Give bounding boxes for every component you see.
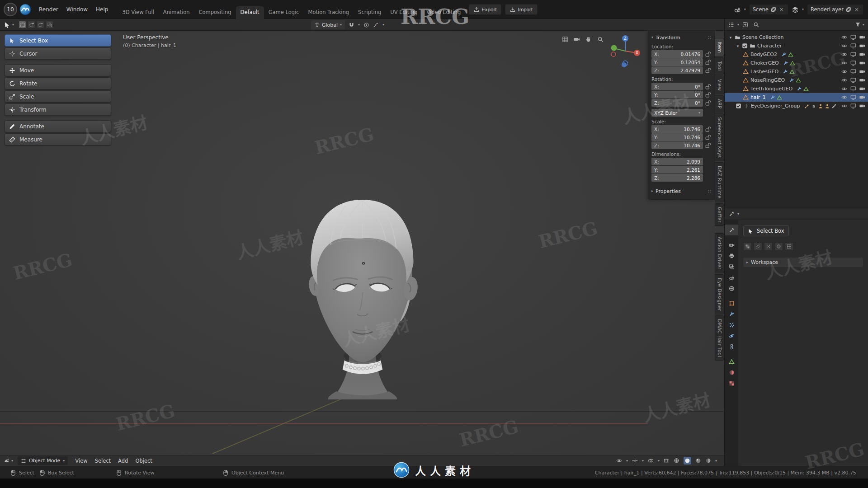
texture-grid-icon[interactable] xyxy=(785,242,793,251)
sidebar-tab-action-driver[interactable]: Action Driver xyxy=(715,233,724,273)
collection-checkbox[interactable] xyxy=(736,103,741,109)
snap-magnet-icon[interactable] xyxy=(349,22,354,28)
select-mode-new-button[interactable] xyxy=(19,21,26,28)
tool-dropdown-chevron-icon[interactable]: ▾ xyxy=(12,23,14,27)
export-button[interactable]: Export xyxy=(469,4,501,15)
falloff-curve-icon[interactable] xyxy=(373,22,379,28)
workspace-tab-video-editing[interactable]: Video Editing xyxy=(422,6,465,19)
rotation-mode-dropdown[interactable]: XYZ Euler▾ xyxy=(651,109,703,117)
texture-checker-icon[interactable] xyxy=(743,242,752,251)
lock-icon[interactable] xyxy=(705,100,711,106)
properties-tab-scene[interactable] xyxy=(725,272,738,283)
editor-type-icon[interactable] xyxy=(4,458,9,464)
expand-caret-icon[interactable]: ▾ xyxy=(728,35,733,40)
snap-options-chevron-icon[interactable]: ▾ xyxy=(358,23,360,27)
editor-type-chevron-icon[interactable]: ▾ xyxy=(11,459,13,463)
active-tool-icon[interactable] xyxy=(4,21,11,28)
scene-browse-chevron-icon[interactable]: ▾ xyxy=(744,8,746,11)
workspace-panel-header[interactable]: ▸Workspace xyxy=(743,258,863,267)
properties-panel-header[interactable]: ▸Properties ∷ xyxy=(651,187,711,195)
location-y-field[interactable]: Y:0.12054 xyxy=(651,58,703,66)
rotation-y-field[interactable]: Y:0° xyxy=(651,91,703,99)
sidebar-tab-item[interactable]: Item xyxy=(715,38,724,56)
location-z-field[interactable]: Z:2.47979 xyxy=(651,66,703,74)
outliner-row-eyedesigner_group[interactable]: EyeDesigner_Groupa xyxy=(725,102,868,110)
panel-drag-dots-icon[interactable]: ∷ xyxy=(708,35,711,41)
lock-icon[interactable] xyxy=(705,142,711,149)
properties-tab-object[interactable] xyxy=(725,298,738,309)
sidebar-tab-view[interactable]: View xyxy=(715,75,724,94)
workspace-tab-scripting[interactable]: Scripting xyxy=(354,6,386,19)
properties-editor-chevron-icon[interactable]: ▾ xyxy=(737,212,739,216)
tool-annotate-button[interactable]: Annotate xyxy=(5,120,111,132)
properties-tab-world[interactable] xyxy=(725,283,738,294)
dimensions-z-field[interactable]: Z:2.286 xyxy=(651,174,703,182)
xray-toggle-icon[interactable] xyxy=(664,458,670,464)
unlink-scene-icon[interactable]: × xyxy=(778,6,785,13)
location-x-field[interactable]: X:0.01476 xyxy=(651,50,703,58)
texture-sphere-icon[interactable] xyxy=(774,242,783,251)
workspace-tab-motion-tracking[interactable]: Motion Tracking xyxy=(304,6,354,19)
properties-tab-constraints[interactable] xyxy=(725,341,738,352)
lock-icon[interactable] xyxy=(705,92,711,98)
viewport-menu-view[interactable]: View xyxy=(71,458,91,464)
rotation-x-field[interactable]: X:0° xyxy=(651,83,703,90)
outliner-row-character[interactable]: ▾Character xyxy=(725,42,868,50)
properties-tab-material[interactable] xyxy=(725,367,738,378)
shading-chevron-icon[interactable]: ▾ xyxy=(715,459,717,463)
view-layer-chevron-icon[interactable]: ▾ xyxy=(802,8,804,11)
transform-panel-header[interactable]: ▾Transform ∷ xyxy=(651,33,711,42)
lock-icon[interactable] xyxy=(705,84,711,90)
menu-render[interactable]: Render xyxy=(35,4,62,15)
outliner-row-noseringgeo[interactable]: NoseRingGEO xyxy=(725,76,868,84)
tool-move-button[interactable]: Move xyxy=(5,64,111,76)
viewport-menu-select[interactable]: Select xyxy=(91,458,114,464)
scene-selector[interactable]: Scene × xyxy=(749,4,788,15)
collection-checkbox[interactable] xyxy=(742,43,748,49)
sidebar-tab-gaffer[interactable]: Gaffer xyxy=(715,203,724,226)
outliner-row-lashesgeo[interactable]: LashesGEO xyxy=(725,67,868,76)
lock-icon[interactable] xyxy=(705,134,711,141)
properties-tab-output[interactable] xyxy=(725,250,738,261)
shading-wireframe-icon[interactable] xyxy=(674,458,679,464)
properties-tab-tool[interactable] xyxy=(725,225,738,235)
new-layer-icon[interactable] xyxy=(846,7,851,12)
workspace-tab-3d-view-full[interactable]: 3D View Full xyxy=(118,6,158,19)
properties-tab-object-data[interactable] xyxy=(725,356,738,367)
expand-caret-icon[interactable]: ▾ xyxy=(736,44,740,48)
active-tool-display[interactable]: Select Box xyxy=(743,225,789,236)
sidebar-tab-tool[interactable]: Tool xyxy=(715,57,724,75)
texture-dots-icon[interactable] xyxy=(764,242,773,251)
lock-icon[interactable] xyxy=(705,67,711,74)
view-layer-icon[interactable] xyxy=(792,6,799,13)
properties-tab-view-layer[interactable] xyxy=(725,261,738,272)
overlays-icon[interactable] xyxy=(648,458,654,464)
workspace-tab-animation[interactable]: Animation xyxy=(159,6,194,19)
scale-z-field[interactable]: Z:10.746 xyxy=(651,141,703,149)
sidebar-tab-daz-runtime[interactable]: DAZ Runtime xyxy=(715,162,724,202)
lock-icon[interactable] xyxy=(705,59,711,66)
pan-hand-icon[interactable] xyxy=(585,36,592,42)
falloff-chevron-icon[interactable]: ▾ xyxy=(382,23,384,27)
camera-view-icon[interactable] xyxy=(574,36,580,42)
tool-rotate-button[interactable]: Rotate xyxy=(5,77,111,89)
outliner-row-bodygeo2[interactable]: BodyGEO2 xyxy=(725,50,868,59)
properties-tab-texture[interactable] xyxy=(725,378,738,389)
outliner-row-hair_1[interactable]: hair_1 xyxy=(725,93,868,102)
viewport-menu-object[interactable]: Object xyxy=(132,458,156,464)
properties-editor-icon[interactable] xyxy=(729,211,735,217)
zoom-magnifier-icon[interactable] xyxy=(597,36,604,42)
outliner-editor-icon[interactable] xyxy=(728,22,734,28)
character-head-model[interactable] xyxy=(294,196,431,400)
workspace-tab-uv-editing[interactable]: UV Editing xyxy=(386,6,422,19)
tool-scale-button[interactable]: Scale xyxy=(5,90,111,103)
app-logo-icon[interactable] xyxy=(19,4,31,15)
mode-dropdown[interactable]: Object Mode ▾ xyxy=(18,456,68,465)
dimensions-x-field[interactable]: X:2.099 xyxy=(651,158,703,165)
search-icon[interactable] xyxy=(753,22,759,28)
filter-funnel-icon[interactable] xyxy=(855,22,861,28)
filter-chevron-icon[interactable]: ▾ xyxy=(863,23,864,27)
texture-diagonal-icon[interactable] xyxy=(754,242,762,251)
select-mode-intersect-button[interactable] xyxy=(46,21,53,28)
new-scene-icon[interactable] xyxy=(771,7,776,12)
